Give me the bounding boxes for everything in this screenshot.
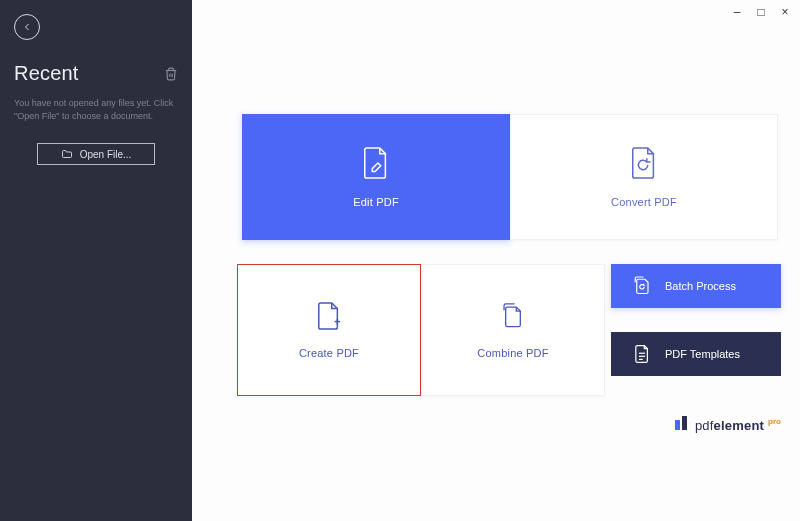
window-controls: – □ × bbox=[722, 0, 800, 24]
folder-icon bbox=[61, 149, 73, 159]
close-button[interactable]: × bbox=[778, 5, 792, 19]
combine-pdf-label: Combine PDF bbox=[477, 347, 548, 359]
edit-pdf-tile[interactable]: Edit PDF bbox=[242, 114, 510, 240]
minimize-button[interactable]: – bbox=[730, 5, 744, 19]
tile-row-2: Create PDF Combine PDF bbox=[237, 264, 605, 396]
edit-pdf-icon bbox=[361, 146, 391, 180]
app-window: – □ × Recent You have not opened any fil… bbox=[0, 0, 800, 521]
back-button[interactable] bbox=[14, 14, 40, 40]
recent-title: Recent bbox=[14, 62, 79, 85]
create-pdf-icon bbox=[316, 301, 342, 331]
maximize-button[interactable]: □ bbox=[754, 5, 768, 19]
convert-pdf-tile[interactable]: Convert PDF bbox=[510, 114, 778, 240]
open-file-label: Open File... bbox=[80, 149, 132, 160]
open-file-button[interactable]: Open File... bbox=[37, 143, 155, 165]
tile-column-right: Batch Process PDF Templates bbox=[611, 264, 781, 376]
brand-footer: pdfelement pro bbox=[611, 416, 781, 433]
convert-pdf-icon bbox=[629, 146, 659, 180]
combine-pdf-tile[interactable]: Combine PDF bbox=[421, 264, 605, 396]
brand-logo-icon bbox=[675, 416, 687, 430]
pdf-templates-tile[interactable]: PDF Templates bbox=[611, 332, 781, 376]
tile-row-1: Edit PDF Convert PDF bbox=[242, 114, 778, 240]
pdf-templates-label: PDF Templates bbox=[665, 348, 740, 360]
brand-name: pdfelement bbox=[695, 418, 764, 433]
edit-pdf-label: Edit PDF bbox=[353, 196, 399, 208]
recent-empty-hint: You have not opened any files yet. Click… bbox=[14, 97, 178, 123]
batch-icon bbox=[633, 276, 651, 296]
create-pdf-tile[interactable]: Create PDF bbox=[237, 264, 421, 396]
sidebar: Recent You have not opened any files yet… bbox=[0, 0, 192, 521]
main-panel: Edit PDF Convert PDF Create PDF bbox=[192, 0, 800, 521]
chevron-left-icon bbox=[21, 21, 33, 33]
combine-pdf-icon bbox=[500, 301, 526, 331]
convert-pdf-label: Convert PDF bbox=[611, 196, 677, 208]
templates-icon bbox=[633, 344, 651, 364]
trash-icon[interactable] bbox=[164, 67, 178, 81]
batch-process-label: Batch Process bbox=[665, 280, 736, 292]
recent-header: Recent bbox=[14, 62, 178, 85]
brand-pro-badge: pro bbox=[768, 417, 781, 426]
batch-process-tile[interactable]: Batch Process bbox=[611, 264, 781, 308]
create-pdf-label: Create PDF bbox=[299, 347, 359, 359]
